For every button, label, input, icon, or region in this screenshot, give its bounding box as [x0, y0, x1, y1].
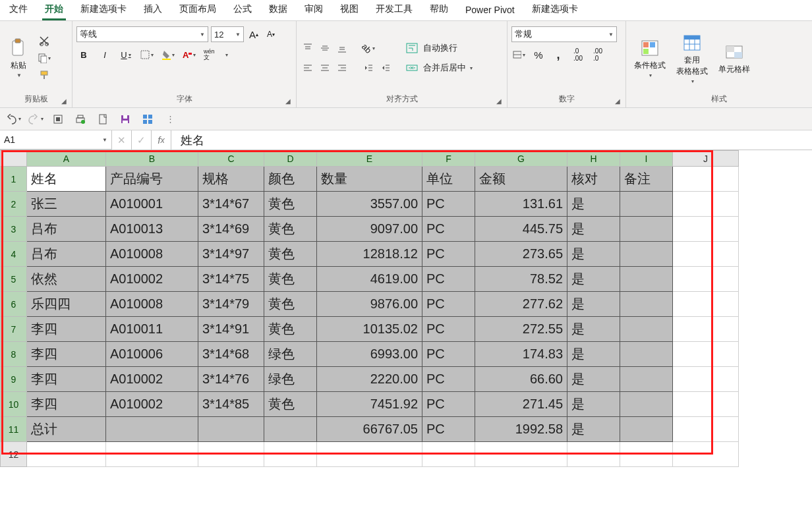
- cell[interactable]: 李四: [27, 317, 106, 342]
- cell[interactable]: 是: [567, 342, 620, 367]
- cell[interactable]: [106, 442, 198, 467]
- menu-tab-11[interactable]: Power Pivot: [463, 1, 517, 20]
- column-header[interactable]: H: [567, 151, 620, 167]
- number-format-select[interactable]: 常规▼: [511, 26, 617, 42]
- cell[interactable]: 66.60: [475, 367, 567, 392]
- cell[interactable]: [620, 317, 673, 342]
- qat-new-button[interactable]: [95, 111, 111, 127]
- cell[interactable]: 66767.05: [317, 417, 422, 442]
- fill-color-button[interactable]: ▾: [161, 47, 175, 62]
- cell[interactable]: [620, 442, 673, 467]
- formula-input[interactable]: 姓名: [171, 132, 812, 148]
- cell[interactable]: [620, 417, 673, 442]
- menu-tab-8[interactable]: 视图: [337, 0, 361, 20]
- copy-button[interactable]: ▾: [37, 51, 51, 65]
- menu-tab-6[interactable]: 数据: [266, 0, 290, 20]
- cell[interactable]: 绿色: [264, 367, 317, 392]
- accounting-format-button[interactable]: ▾: [511, 47, 526, 62]
- cell[interactable]: A010002: [106, 392, 198, 417]
- row-header[interactable]: 2: [1, 192, 27, 217]
- cell[interactable]: 黄色: [264, 217, 317, 242]
- bold-button[interactable]: B: [76, 47, 91, 62]
- cell[interactable]: 271.45: [475, 392, 567, 417]
- cell[interactable]: 174.83: [475, 342, 567, 367]
- cell[interactable]: PC: [422, 192, 475, 217]
- row-header[interactable]: 3: [1, 217, 27, 242]
- qat-overflow-button[interactable]: ⋮: [162, 111, 178, 127]
- cell[interactable]: 黄色: [264, 292, 317, 317]
- align-top-button[interactable]: [301, 41, 315, 55]
- cell[interactable]: 3*14*68: [198, 342, 264, 367]
- cell[interactable]: [106, 417, 198, 442]
- cell[interactable]: 总计: [27, 417, 106, 442]
- cell[interactable]: [673, 267, 739, 292]
- cell[interactable]: 131.61: [475, 192, 567, 217]
- menu-tab-12[interactable]: 新建选项卡: [529, 0, 581, 20]
- cell[interactable]: 李四: [27, 342, 106, 367]
- row-header[interactable]: 7: [1, 317, 27, 342]
- orientation-button[interactable]: ab▾: [361, 41, 376, 55]
- column-header[interactable]: G: [475, 151, 567, 167]
- cell[interactable]: 数量: [317, 167, 422, 192]
- cell[interactable]: [264, 417, 317, 442]
- cell[interactable]: [422, 442, 475, 467]
- qat-icon-1[interactable]: [50, 111, 66, 127]
- cell[interactable]: A010006: [106, 342, 198, 367]
- cell[interactable]: 6993.00: [317, 342, 422, 367]
- menu-tab-4[interactable]: 页面布局: [177, 0, 219, 20]
- cell[interactable]: [27, 442, 106, 467]
- merge-center-button[interactable]: 合并后居中▾: [402, 61, 477, 75]
- align-center-button[interactable]: [318, 61, 332, 75]
- cell[interactable]: [620, 217, 673, 242]
- cell[interactable]: PC: [422, 267, 475, 292]
- cell[interactable]: [673, 292, 739, 317]
- dialog-launcher-icon[interactable]: ◢: [61, 97, 67, 105]
- borders-button[interactable]: ▾: [140, 47, 154, 62]
- cell[interactable]: A010001: [106, 192, 198, 217]
- cell[interactable]: 3*14*67: [198, 192, 264, 217]
- cell[interactable]: 3*14*75: [198, 267, 264, 292]
- menu-tab-2[interactable]: 新建选项卡: [78, 0, 129, 20]
- row-header[interactable]: 1: [1, 167, 27, 192]
- cell[interactable]: 445.75: [475, 217, 567, 242]
- cell[interactable]: [673, 442, 739, 467]
- menu-tab-1[interactable]: 开始: [42, 0, 66, 20]
- cell[interactable]: [620, 192, 673, 217]
- spreadsheet-grid[interactable]: ABCDEFGHIJ1姓名产品编号规格颜色数量单位金额核对备注2张三A01000…: [0, 150, 812, 467]
- cell[interactable]: 是: [567, 367, 620, 392]
- cell[interactable]: 273.65: [475, 242, 567, 267]
- column-header[interactable]: D: [264, 151, 317, 167]
- cell[interactable]: PC: [422, 217, 475, 242]
- cell[interactable]: 吕布: [27, 242, 106, 267]
- cell[interactable]: A010002: [106, 267, 198, 292]
- underline-button[interactable]: U▾: [119, 47, 133, 62]
- cell-styles-button[interactable]: 单元格样: [714, 39, 754, 78]
- paste-button[interactable]: 粘贴 ▼: [4, 35, 33, 81]
- cell[interactable]: 是: [567, 267, 620, 292]
- cell[interactable]: 黄色: [264, 192, 317, 217]
- cell[interactable]: [620, 392, 673, 417]
- align-bottom-button[interactable]: [335, 41, 349, 55]
- dialog-launcher-icon[interactable]: ◢: [496, 97, 502, 105]
- cell[interactable]: [673, 192, 739, 217]
- cell[interactable]: 2220.00: [317, 367, 422, 392]
- cell[interactable]: 黄色: [264, 317, 317, 342]
- cell[interactable]: 1992.58: [475, 417, 567, 442]
- qat-print-button[interactable]: [72, 111, 88, 127]
- fx-button[interactable]: fx: [152, 130, 171, 150]
- cell[interactable]: [620, 367, 673, 392]
- increase-font-button[interactable]: A▴: [246, 27, 261, 42]
- redo-button[interactable]: ▾: [28, 111, 44, 127]
- column-header[interactable]: A: [27, 151, 106, 167]
- cell[interactable]: 是: [567, 392, 620, 417]
- menu-tab-3[interactable]: 插入: [141, 0, 165, 20]
- cell[interactable]: PC: [422, 392, 475, 417]
- cell[interactable]: 黄色: [264, 267, 317, 292]
- format-as-table-button[interactable]: 套用 表格格式▾: [672, 30, 712, 87]
- cell[interactable]: 绿色: [264, 342, 317, 367]
- cell[interactable]: [673, 417, 739, 442]
- cell[interactable]: 7451.92: [317, 392, 422, 417]
- cell[interactable]: A010013: [106, 217, 198, 242]
- font-name-select[interactable]: 等线▼: [76, 26, 208, 42]
- align-right-button[interactable]: [335, 61, 349, 75]
